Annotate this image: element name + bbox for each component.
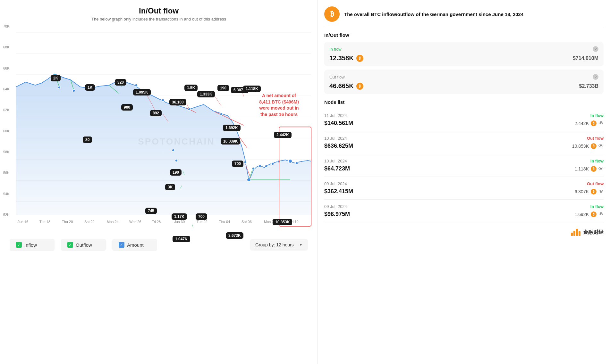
svg-point-42 — [252, 167, 255, 170]
amount-label: Amount — [127, 242, 144, 248]
node-eye-icon[interactable]: 👁 — [598, 211, 604, 217]
node-list-section: Node list 11 Jul, 2024 In flow $140.561M… — [324, 99, 604, 222]
outflow-checkbox[interactable]: ✓ — [67, 242, 73, 248]
svg-text:Tue 18: Tue 18 — [39, 220, 50, 224]
logo-bar-4 — [579, 231, 580, 236]
y-label-60k: 60K — [3, 129, 16, 133]
svg-point-37 — [188, 108, 191, 111]
node-item: 09 Jul, 2024 In flow $96.975M 1.692K ₿ 👁 — [324, 200, 604, 222]
inflow-help-icon[interactable]: ? — [593, 46, 598, 52]
node-btc-value: 1.692K — [575, 212, 589, 217]
node-btc-row: 2.442K ₿ 👁 — [575, 120, 604, 126]
node-btc-badge: ₿ — [591, 211, 597, 217]
bottom-logo-area: 金融财经 — [324, 229, 604, 236]
logo-text: 金融财经 — [583, 229, 604, 236]
y-label-64k: 64K — [3, 87, 16, 91]
node-item-top: 09 Jul, 2024 Out flow — [324, 181, 604, 186]
node-usd: $96.975M — [324, 211, 350, 218]
node-eye-icon[interactable]: 👁 — [598, 189, 604, 194]
outflow-card: Out flow ? 46.665K ₿ $2.733B — [324, 70, 604, 94]
group-by-selector[interactable]: Group by: 12 hours ▼ — [250, 239, 308, 251]
node-item: 11 Jul, 2024 In flow $140.561M 2.442K ₿ … — [324, 109, 604, 131]
svg-point-47 — [288, 159, 292, 163]
inflow-card-values: 12.358K ₿ $714.010M — [329, 54, 598, 62]
right-panel: ₿ The overall BTC inflow/outflow of the … — [318, 0, 610, 364]
svg-text:Jun 30: Jun 30 — [174, 220, 185, 224]
svg-point-36 — [175, 159, 178, 162]
node-btc-badge: ₿ — [591, 189, 597, 194]
svg-text:Tue 02: Tue 02 — [197, 220, 208, 224]
node-date: 09 Jul, 2024 — [324, 204, 347, 209]
inout-flow-label: In/Out flow — [324, 32, 604, 38]
y-label-68k: 68K — [3, 45, 16, 49]
node-eye-icon[interactable]: 👁 — [598, 166, 604, 172]
page-subtitle: The below graph only includes the transa… — [3, 17, 314, 21]
node-flow-label: Out flow — [587, 181, 604, 186]
svg-text:Fri 28: Fri 28 — [152, 220, 161, 224]
svg-text:Mon 24: Mon 24 — [107, 220, 119, 224]
logo-bar-2 — [573, 231, 575, 236]
btc-header-title: The overall BTC inflow/outflow of the Ge… — [344, 11, 523, 18]
inflow-btc-badge: ₿ — [356, 55, 363, 62]
amount-checkbox[interactable]: ✓ — [119, 242, 124, 248]
svg-point-30 — [58, 86, 61, 89]
node-usd: $362.415M — [324, 188, 353, 195]
node-date: 10 Jul, 2024 — [324, 159, 347, 163]
y-label-54k: 54K — [3, 192, 16, 196]
logo-bar-1 — [571, 233, 573, 236]
svg-point-40 — [244, 161, 247, 163]
svg-point-44 — [265, 165, 267, 168]
legend-inflow[interactable]: ✓ Inflow — [10, 239, 55, 251]
node-btc-badge: ₿ — [591, 120, 597, 126]
node-btc-row: 1.118K ₿ 👁 — [575, 166, 604, 172]
group-by-label: Group by: 12 hours — [255, 242, 294, 247]
svg-point-35 — [172, 149, 174, 152]
node-item-bottom: $96.975M 1.692K ₿ 👁 — [324, 211, 604, 218]
svg-point-38 — [220, 113, 223, 115]
node-eye-icon[interactable]: 👁 — [598, 120, 604, 126]
node-item-top: 09 Jul, 2024 In flow — [324, 204, 604, 209]
svg-point-39 — [238, 138, 240, 141]
node-btc-badge: ₿ — [591, 143, 597, 149]
node-list: 11 Jul, 2024 In flow $140.561M 2.442K ₿ … — [324, 109, 604, 222]
chart-area: 70K 68K 66K 64K 62K 60K 58K 56K 54K 52K — [3, 23, 314, 231]
node-item: 10 Jul, 2024 Out flow $636.625M 10.853K … — [324, 131, 604, 154]
outflow-help-icon[interactable]: ? — [593, 74, 598, 80]
legend-outflow[interactable]: ✓ Outflow — [61, 239, 106, 251]
chart-legend: ✓ Inflow ✓ Outflow ✓ Amount Group by: 12… — [3, 234, 314, 255]
chart-panel: In/Out flow The below graph only include… — [0, 0, 318, 364]
node-item-top: 10 Jul, 2024 Out flow — [324, 136, 604, 141]
node-item: 10 Jul, 2024 In flow $64.723M 1.118K ₿ 👁 — [324, 154, 604, 177]
svg-text:Thu 04: Thu 04 — [219, 220, 230, 224]
outflow-label: Outflow — [76, 242, 92, 248]
y-label-70k: 70K — [3, 24, 16, 28]
svg-text:SPOTONCHAIN: SPOTONCHAIN — [138, 136, 215, 146]
svg-text:Wed 26: Wed 26 — [129, 220, 141, 224]
svg-text:Sat 06: Sat 06 — [241, 220, 252, 224]
inflow-btc-amount: 12.358K ₿ — [329, 54, 363, 62]
svg-point-48 — [295, 162, 298, 164]
node-item-bottom: $140.561M 2.442K ₿ 👁 — [324, 120, 604, 127]
node-item-bottom: $64.723M 1.118K ₿ 👁 — [324, 165, 604, 172]
legend-amount[interactable]: ✓ Amount — [112, 239, 157, 251]
outflow-btc-amount: 46.665K ₿ — [329, 82, 363, 90]
svg-text:Wed 10: Wed 10 — [286, 220, 299, 224]
svg-point-34 — [162, 99, 164, 102]
y-label-66k: 66K — [3, 66, 16, 70]
inflow-card: In flow ? 12.358K ₿ $714.010M — [324, 42, 604, 66]
svg-line-29 — [192, 225, 195, 228]
page-title: In/Out flow — [3, 6, 314, 15]
y-label-58k: 58K — [3, 150, 16, 154]
node-item-top: 10 Jul, 2024 In flow — [324, 159, 604, 163]
node-btc-value: 10.853K — [572, 144, 589, 149]
node-btc-row: 1.692K ₿ 👁 — [575, 211, 604, 217]
inflow-usd-amount: $714.010M — [573, 55, 598, 61]
inflow-checkbox[interactable]: ✓ — [16, 242, 22, 248]
node-flow-label: In flow — [590, 204, 604, 209]
svg-text:Mon 08: Mon 08 — [264, 220, 276, 224]
node-flow-label: In flow — [590, 159, 604, 163]
node-usd: $636.625M — [324, 143, 353, 149]
chart-title-section: In/Out flow The below graph only include… — [3, 6, 314, 21]
node-eye-icon[interactable]: 👁 — [598, 143, 604, 149]
y-label-52k: 52K — [3, 213, 16, 217]
